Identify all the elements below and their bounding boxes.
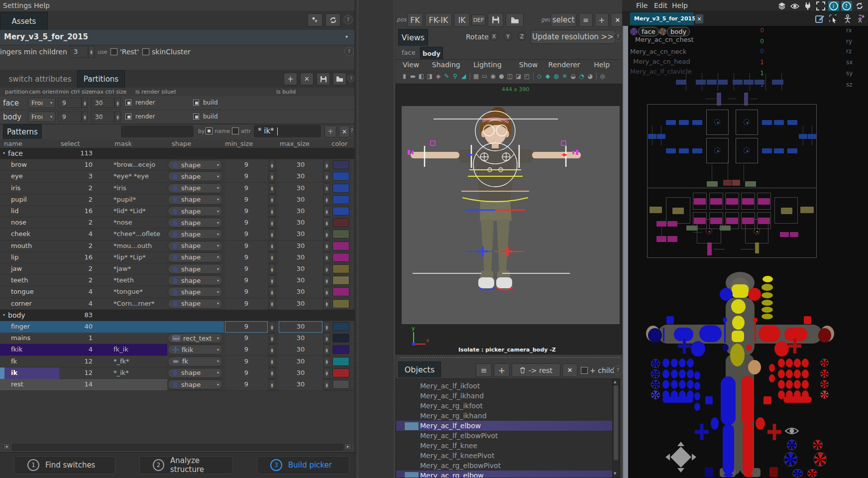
picker-button[interactable] [769,364,775,372]
picker-button[interactable] [687,369,694,378]
pattern-max-spinner[interactable]: ▲▼ [324,345,330,355]
partitions-help-button[interactable]: ? [347,75,355,82]
pattern-color-swatch[interactable] [332,287,349,296]
objects-clear-button[interactable]: ✕ [562,363,577,377]
group-collapse-icon[interactable]: ▾ [3,313,5,317]
pattern-max-spinner[interactable]: ▲▼ [324,229,330,239]
picker-button[interactable] [790,232,798,237]
overlay-node-item[interactable]: Mery_ac_lf_clavicle [630,68,692,75]
pattern-min-spinner[interactable]: ▲▼ [269,206,275,217]
views-tab[interactable]: Views [398,29,428,46]
menu-help[interactable]: Help [34,1,50,9]
pattern-color-swatch[interactable] [332,218,349,227]
pattern-color-swatch[interactable] [332,172,349,181]
person-icon[interactable] [842,13,853,24]
picker-target-button[interactable] [744,147,750,153]
pattern-max-spinner[interactable]: ▲▼ [324,171,330,182]
by-attr-checkbox[interactable] [232,127,239,134]
picker-button[interactable] [742,376,754,425]
picker-dial-button[interactable] [651,369,660,378]
picker-button[interactable] [724,322,726,343]
pattern-min-spinner[interactable]: ▲▼ [269,241,275,251]
pattern-min-spinner[interactable]: ▲▼ [269,345,275,355]
objects-list-item[interactable]: Mery_ac_lf_ikhand [396,391,620,401]
picker-button[interactable] [662,369,669,378]
picker-button[interactable] [746,345,752,351]
partition-delete-button[interactable]: ✕ [300,73,314,85]
pattern-color-swatch[interactable] [332,184,349,193]
partition-load-button[interactable] [333,73,346,85]
min-children-spinner[interactable]: ▲▼ [88,46,95,58]
panel-slider-icon[interactable]: ▮ [401,73,408,82]
picker-button[interactable] [780,232,789,237]
objects-list-item[interactable]: Mery_ac_rg_elbow [396,471,620,478]
rest-checkbox[interactable] [110,48,117,55]
picker-target-button[interactable] [714,119,720,125]
picker-dial-button[interactable] [820,369,829,378]
picker-button[interactable] [802,358,809,367]
paint-select-icon[interactable]: ✎ [443,73,450,82]
picker-button[interactable] [662,380,669,389]
picker-button[interactable] [748,288,761,301]
picker-button[interactable] [794,380,801,389]
picker-button[interactable] [707,181,718,187]
patterns-help-button[interactable]: ? [349,127,354,134]
picker-button[interactable] [686,226,698,231]
image-plane-icon[interactable]: ◪ [515,73,522,82]
partition-min-spinner[interactable]: ▲▼ [82,98,88,108]
picker-button[interactable] [723,180,732,186]
picker-button[interactable] [707,80,717,85]
picker-button[interactable] [786,358,793,367]
pattern-color-swatch[interactable] [332,334,349,343]
pattern-color-swatch[interactable] [332,230,349,239]
viewtab-body[interactable]: body [420,47,443,59]
picker-target-button[interactable] [706,228,712,235]
pose-def-button[interactable]: DEF [471,14,486,25]
channel-value[interactable]: 1 [755,59,764,66]
wire-cube-icon[interactable]: ◇ [536,73,543,82]
picker-button[interactable] [787,148,797,153]
textured-cube-icon[interactable]: ◍ [552,73,560,82]
picker-button[interactable] [762,120,772,125]
picker-button[interactable] [794,358,801,367]
objects-list-item[interactable]: Mery_ac_lf_knee [396,441,620,451]
picker-button[interactable] [691,341,705,357]
overlay-node-item[interactable]: Mery_ac_cn_head [633,58,690,65]
channel-value[interactable]: 0 [755,27,764,34]
refresh-button[interactable] [326,13,340,26]
picker-button[interactable] [726,218,738,224]
pattern-row[interactable]: brow10*brow...ecejoshape▾9▲▼30▲▼ [0,159,354,171]
bookmark-icon[interactable]: ◈ [434,73,442,82]
picker-button[interactable] [761,300,773,306]
pattern-shape-dropdown[interactable]: shape▾ [168,183,222,193]
pattern-shape-dropdown[interactable]: shape▾ [168,379,222,389]
partition-max-spinner[interactable]: ▲▼ [114,112,121,122]
picker-button[interactable] [705,396,713,404]
picker-dial-button[interactable] [820,390,829,399]
picker-button[interactable] [731,299,746,314]
pattern-min-spinner[interactable]: ▲▼ [269,171,275,182]
picker-button[interactable] [802,380,809,389]
field-chart-icon[interactable]: ◫ [506,73,514,82]
pattern-max-spinner[interactable]: ▲▼ [324,368,330,378]
picker-button[interactable] [756,417,765,430]
picker-button[interactable] [778,358,785,367]
pattern-max-spinner[interactable]: ▲▼ [324,357,330,367]
picker-button[interactable] [692,148,702,153]
picker-button[interactable] [671,369,678,378]
edit-icon[interactable] [814,13,825,24]
pattern-min-spinner[interactable]: ▲▼ [269,379,275,390]
pattern-max-spinner[interactable]: ▲▼ [324,206,330,217]
picker-button[interactable] [666,148,676,153]
picker-button[interactable] [755,80,764,85]
pattern-color-swatch[interactable] [332,357,349,366]
picker-button[interactable] [723,424,734,474]
picker-button[interactable] [772,80,783,85]
tab-partitions[interactable]: Partitions [77,70,125,88]
pattern-shape-dropdown[interactable]: shape▾ [168,229,222,239]
pattern-shape-dropdown[interactable]: shape▾ [168,206,222,216]
pattern-min-spinner[interactable]: ▲▼ [269,229,275,239]
picker-button[interactable] [650,207,662,213]
pattern-min-spinner[interactable]: ▲▼ [269,299,275,309]
pattern-max-spinner[interactable]: ▲▼ [324,379,330,390]
